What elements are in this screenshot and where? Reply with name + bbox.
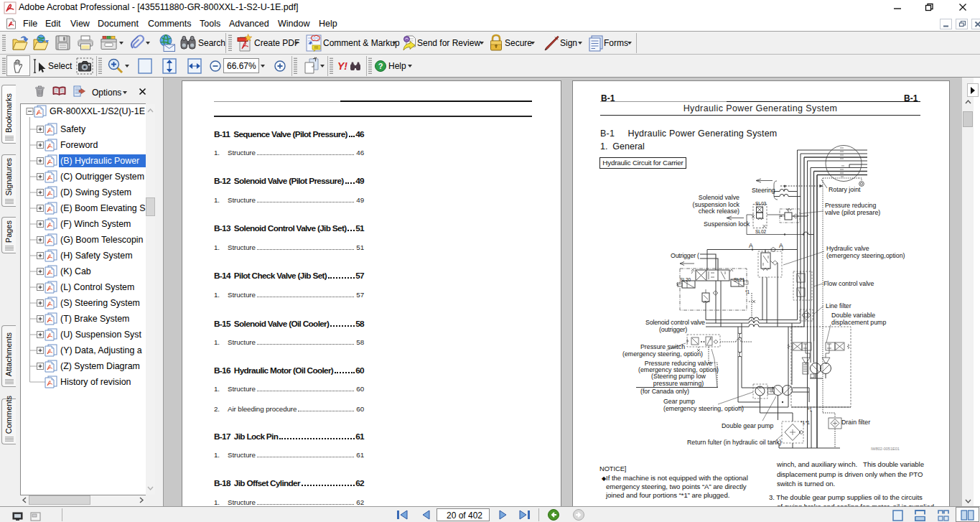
svg-text:?: ? xyxy=(378,62,383,70)
